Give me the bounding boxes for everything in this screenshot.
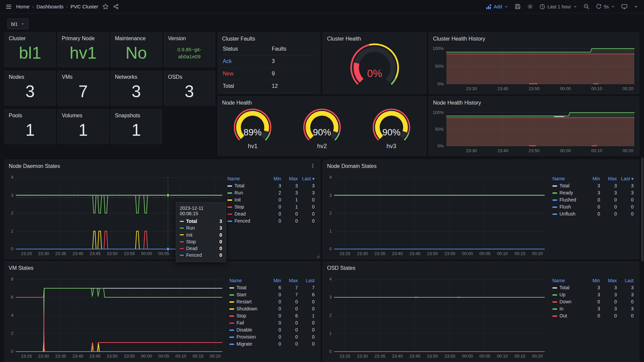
navbar-chevron-icon[interactable] — [634, 4, 639, 9]
legend-series-toggle[interactable]: Restart — [228, 298, 266, 305]
legend-col-last[interactable]: Last — [299, 277, 316, 284]
panel-menu-icon[interactable] — [310, 163, 316, 170]
legend-series-toggle[interactable]: Total — [551, 182, 585, 189]
panel-title[interactable]: Version — [164, 33, 215, 42]
legend-series-toggle[interactable]: Flush — [551, 203, 585, 210]
legend-series-toggle[interactable]: Shutdown — [228, 305, 266, 312]
menu-icon[interactable] — [5, 3, 12, 10]
legend-series-toggle[interactable]: Total — [228, 284, 266, 291]
svg-text:4: 4 — [11, 175, 13, 180]
legend-col-min[interactable]: Min — [585, 175, 601, 182]
legend-max-value: 0 — [601, 312, 618, 319]
panel-title[interactable]: Node Health — [218, 97, 426, 106]
panel-title[interactable]: Primary Node — [58, 33, 108, 42]
variable-selector-cluster[interactable]: bl1 — [7, 18, 29, 29]
panel-title[interactable]: Networks — [111, 71, 162, 80]
panel-title[interactable]: Snapshots — [111, 110, 162, 119]
legend-col-name[interactable]: Name — [551, 277, 585, 284]
legend-col-last[interactable]: Last — [618, 277, 635, 284]
legend-col-name[interactable]: Name — [228, 277, 266, 284]
panel-title[interactable]: Node Daemon States — [9, 163, 60, 169]
panel-title[interactable]: Pools — [5, 110, 55, 119]
fault-count: 3 — [272, 55, 315, 68]
legend-col-min[interactable]: Min — [266, 175, 282, 182]
legend-last-value: 0 — [618, 210, 635, 217]
breadcrumb-dashboards[interactable]: Dashboards — [37, 4, 64, 9]
node-domain-chart[interactable]: 0123423:2523:3023:3523:4023:4523:5023:55… — [324, 175, 547, 257]
legend-series-toggle[interactable]: In — [551, 305, 585, 312]
refresh-picker[interactable]: 5s — [596, 4, 615, 10]
legend-series-toggle[interactable]: Run — [226, 189, 266, 196]
panel-title[interactable]: Nodes — [5, 71, 55, 80]
panel-title[interactable]: Cluster Health History — [429, 33, 639, 42]
legend-series-toggle[interactable]: Dead — [226, 210, 266, 217]
legend-col-min[interactable]: Min — [585, 277, 601, 284]
panel-cluster-health-history: Cluster Health History 0%50%100%23:3023:… — [429, 32, 639, 94]
legend-series-toggle[interactable]: Ready — [551, 189, 585, 196]
legend-series-toggle[interactable]: Down — [551, 298, 585, 305]
scrollbar[interactable] — [641, 158, 643, 261]
legend-col-min[interactable]: Min — [266, 277, 282, 284]
svg-text:23:40: 23:40 — [497, 148, 508, 153]
legend-series-toggle[interactable]: Stop — [226, 203, 266, 210]
legend-series-toggle[interactable]: Out — [551, 312, 585, 319]
cluster-health-history-chart[interactable]: 0%50%100%23:3023:4023:5000:0000:1000:20 — [431, 46, 637, 92]
panel-title[interactable]: Cluster Faults — [218, 33, 320, 42]
legend-col-max[interactable]: Max — [601, 175, 618, 182]
legend-last-value: 3 — [618, 189, 635, 196]
legend-series-toggle[interactable]: Fail — [228, 319, 266, 326]
panel-title[interactable]: Node Domain States — [323, 160, 639, 169]
legend-col-name[interactable]: Name — [551, 175, 585, 182]
zoom-out-icon[interactable] — [583, 3, 590, 10]
breadcrumb-home[interactable]: Home — [16, 4, 30, 9]
panel-vm-states: VM States 0246823:2523:3023:3523:4023:45… — [4, 261, 320, 362]
legend-series-toggle[interactable]: Flushed — [551, 196, 585, 203]
osd-states-chart[interactable]: 0123423:2523:3023:3523:4023:4523:5023:55… — [324, 277, 547, 360]
legend-series-toggle[interactable]: Unflush — [551, 210, 585, 217]
legend-row: Dead000 — [226, 210, 316, 217]
star-icon[interactable] — [102, 3, 109, 10]
dashboard-settings-icon[interactable] — [527, 3, 533, 10]
panel-title[interactable]: Node Health History — [429, 97, 639, 106]
series-color-swatch — [552, 192, 557, 194]
legend-series-toggle[interactable]: Init — [226, 196, 266, 203]
legend-min-value: 2 — [266, 189, 282, 196]
save-dashboard-icon[interactable] — [515, 3, 521, 10]
legend-series-toggle[interactable]: Stop — [228, 312, 266, 319]
legend-series-toggle[interactable]: Start — [228, 291, 266, 298]
vm-states-chart[interactable]: 0246823:2523:3023:3523:4023:4523:5023:55… — [6, 277, 225, 360]
time-range-picker[interactable]: Last 1 hour — [539, 4, 577, 10]
legend-col-last[interactable]: Last ▾ — [618, 175, 635, 182]
legend-series-toggle[interactable]: Total — [551, 284, 585, 291]
legend-series-toggle[interactable]: Provision — [228, 333, 266, 340]
breadcrumb-separator: › — [32, 4, 34, 9]
legend-col-max[interactable]: Max — [282, 277, 299, 284]
node-health-history-chart[interactable]: 0%50%100%23:3023:4023:5000:0000:1000:20 — [431, 110, 637, 154]
tv-mode-icon[interactable] — [621, 3, 628, 10]
panel-title[interactable]: Maintenance — [111, 33, 162, 42]
legend-series-toggle[interactable]: Disable — [228, 326, 266, 333]
panel-title[interactable]: VM States — [5, 262, 320, 271]
panel-title[interactable]: VMs — [58, 71, 108, 80]
legend-series-toggle[interactable]: Fenced — [226, 217, 266, 224]
panel-title[interactable]: Cluster — [5, 33, 55, 42]
legend-series-toggle[interactable]: Total — [226, 182, 266, 189]
series-color-swatch — [229, 329, 234, 331]
panel-title[interactable]: Volumes — [58, 110, 108, 119]
panel-title[interactable]: OSD States — [323, 262, 639, 271]
svg-text:00:10: 00:10 — [497, 251, 508, 256]
panel-resize-handle[interactable] — [316, 255, 319, 258]
panel-title[interactable]: Cluster Health — [323, 33, 426, 42]
add-button[interactable]: Add — [486, 4, 508, 10]
legend-series-toggle[interactable]: Migrate — [228, 340, 266, 347]
legend-col-max[interactable]: Max — [601, 277, 618, 284]
legend-col-max[interactable]: Max — [282, 175, 299, 182]
legend-col-last[interactable]: Last ▾ — [299, 175, 316, 182]
legend-max-value: 7 — [282, 284, 299, 291]
share-icon[interactable] — [113, 3, 119, 10]
panel-title[interactable]: OSDs — [164, 71, 215, 80]
legend-col-name[interactable]: Name — [226, 175, 266, 182]
node-health-gauges: 89%hv190%hv290%hv3 — [218, 107, 426, 150]
stat-value: No — [111, 42, 162, 67]
legend-series-toggle[interactable]: Up — [551, 291, 585, 298]
